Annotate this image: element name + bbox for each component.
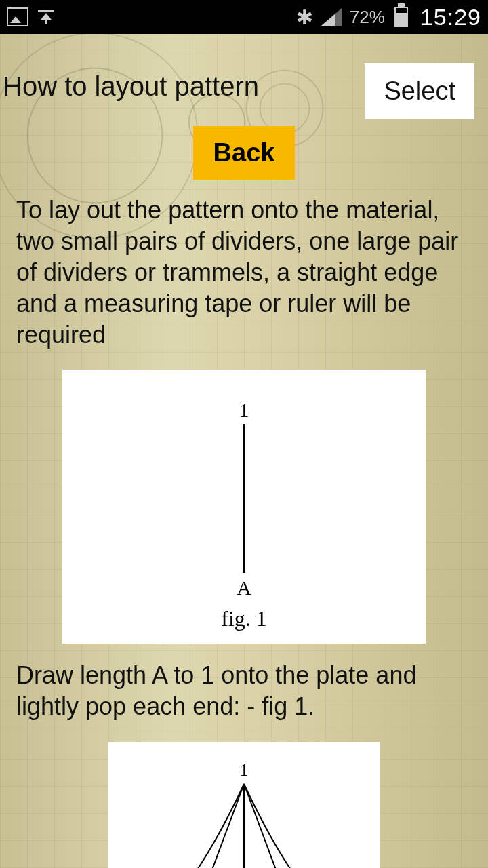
signal-icon: [321, 8, 342, 26]
select-button[interactable]: Select: [365, 63, 474, 119]
figure-2: 1 B A B fig. 2: [108, 742, 380, 868]
fig1-bottom-label: A: [237, 576, 251, 599]
gallery-icon: [7, 7, 28, 26]
bluetooth-icon: ✱: [296, 5, 313, 29]
back-button[interactable]: Back: [193, 126, 296, 180]
fig1-caption: fig. 1: [221, 606, 267, 631]
paragraph-1: To lay out the pattern onto the material…: [16, 195, 472, 351]
upload-icon: [38, 10, 54, 24]
battery-icon: [394, 7, 408, 27]
figure-1: 1 A fig. 1: [62, 370, 426, 644]
page: How to layout pattern Select Back To lay…: [0, 34, 488, 868]
battery-percent: 72%: [350, 7, 385, 28]
status-bar: ✱ 72% 15:29: [0, 0, 488, 34]
paragraph-2: Draw length A to 1 onto the plate and li…: [16, 660, 472, 722]
fig2-top-label: 1: [240, 760, 249, 780]
clock: 15:29: [420, 4, 481, 31]
page-title: How to layout pattern: [0, 71, 365, 101]
fig1-top-label: 1: [239, 399, 249, 421]
